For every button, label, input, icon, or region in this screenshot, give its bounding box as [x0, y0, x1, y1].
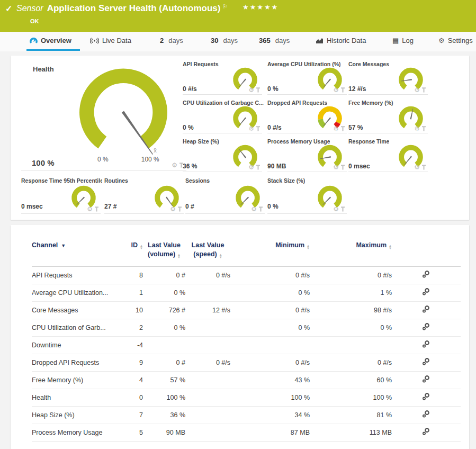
gauge-value: 0 #/s [183, 85, 197, 93]
last-value-volume: 0 # [143, 354, 185, 371]
channel-settings-icon[interactable] [422, 305, 430, 313]
gauge-settings-icon[interactable]: ⚙ [333, 164, 339, 170]
gauge-settings-icon[interactable]: ⚙ [333, 125, 339, 132]
channel-settings-icon[interactable] [422, 375, 430, 383]
gauge-settings-icon[interactable]: ⚙ [333, 206, 339, 212]
health-gauge-chart: x̄ 0 % 100 % [60, 65, 187, 165]
pin-icon[interactable] [340, 126, 345, 132]
tab-2-days[interactable]: 2days [160, 37, 183, 44]
gauge-settings-icon[interactable]: ⚙ [87, 206, 93, 212]
tab-overview[interactable]: Overview [30, 37, 71, 44]
channel-name[interactable]: Downtime [32, 336, 122, 354]
channel-settings-icon[interactable] [422, 427, 430, 436]
gauge-chart [152, 183, 181, 209]
pin-icon[interactable] [177, 206, 182, 212]
tab-label: Settings [448, 37, 473, 44]
gauge-value: 0 % [183, 124, 194, 131]
last-value-volume: 90 MB [143, 424, 185, 441]
pin-icon[interactable] [421, 87, 426, 93]
col-header-channel[interactable]: Channel▼ [32, 241, 122, 266]
gauge-settings-icon[interactable]: ⚙ [414, 164, 420, 170]
col-header-maximum[interactable]: Maximum▲▼ [310, 241, 392, 266]
pin-icon[interactable] [256, 126, 261, 132]
gauge-settings-icon[interactable]: ⚙ [248, 87, 254, 93]
col-header-last-volume[interactable]: Last Value (volume)▲▼ [143, 241, 185, 266]
tab-settings[interactable]: ⚙ Settings [438, 37, 473, 44]
channel-table: Channel▼ ID▲▼ Last Value (volume)▲▼ Last… [32, 241, 461, 442]
pin-icon[interactable] [340, 206, 345, 212]
channel-settings-icon[interactable] [422, 392, 430, 401]
channel-name[interactable]: Average CPU Utilization... [32, 284, 122, 301]
gauge-value: 0 msec [21, 203, 43, 210]
channel-name[interactable]: CPU Utilization of Garb... [32, 319, 122, 336]
gauge-panel-core-messages: Core Messages 12 #/s ⚙ [348, 60, 428, 95]
tab-30-days[interactable]: 30days [211, 37, 238, 44]
table-row: Process Memory Usage 5 90 MB 87 MB 113 M… [32, 424, 461, 441]
gauge-settings-icon[interactable]: ⚙ [248, 164, 254, 170]
gauge-value: 57 % [348, 124, 363, 131]
maximum-value: 81 % [310, 406, 392, 424]
tab-historic-data[interactable]: Historic Data [316, 37, 366, 44]
minimum-value: 0 #/s [230, 266, 310, 284]
gauge-settings-icon[interactable]: ⚙ [251, 206, 257, 212]
gauge-settings-icon[interactable]: ⚙ [170, 206, 176, 212]
gauge-settings-icon[interactable]: ⚙ [172, 162, 177, 168]
channel-name[interactable]: Process Memory Usage [32, 424, 122, 441]
pin-icon[interactable] [340, 87, 345, 93]
channel-name[interactable]: API Requests [32, 266, 122, 284]
minimum-value: 0 #/s [230, 301, 310, 319]
last-value-speed [185, 319, 230, 336]
maximum-value: 0 #/s [310, 266, 392, 284]
gauge-settings-icon[interactable]: ⚙ [248, 125, 254, 132]
table-row: Free Memory (%) 4 57 % 43 % 60 % [32, 371, 461, 389]
gauge-panel-api-requests: API Requests 0 #/s ⚙ [183, 60, 262, 95]
tab-live-data[interactable]: Live Data [90, 37, 131, 44]
pin-icon[interactable] [258, 206, 263, 212]
gauge-panel-free-memory: Free Memory (%) 57 % ⚙ [348, 98, 428, 133]
channel-name[interactable]: Heap Size (%) [32, 406, 122, 424]
channel-name[interactable]: Free Memory (%) [32, 371, 122, 389]
tab-label: Log [402, 37, 414, 44]
col-header-last-speed[interactable]: Last Value (speed)▲▼ [185, 241, 230, 266]
gauge-settings-icon[interactable]: ⚙ [333, 87, 339, 93]
channel-settings-icon[interactable] [422, 270, 430, 279]
tab-365-days[interactable]: 365days [259, 37, 290, 44]
gauge-value: 12 #/s [348, 85, 366, 93]
pin-icon[interactable] [340, 165, 345, 170]
gauge-panel-routines: Routines 27 # ⚙ [104, 176, 184, 214]
col-header-minimum[interactable]: Minimum▲▼ [230, 241, 310, 266]
channel-settings-icon[interactable] [422, 410, 430, 418]
gauge-settings-icon[interactable]: ⚙ [414, 87, 420, 93]
channel-settings-icon[interactable] [422, 357, 430, 366]
channel-settings-icon[interactable] [422, 340, 430, 348]
gauge-value: 100 % [32, 158, 55, 167]
channel-name[interactable]: Health [32, 389, 122, 406]
gauge-title: Response Time [348, 138, 389, 145]
sort-icon: ▲▼ [389, 245, 392, 250]
flag-icon[interactable]: ⚐ [222, 3, 228, 10]
channel-name[interactable]: Dropped API Requests [32, 354, 122, 371]
maximum-value: 98 #/s [310, 301, 392, 319]
channel-name[interactable]: Core Messages [32, 301, 122, 319]
gauge-panel-stack-size: Stack Size (%) 0 % ⚙ [267, 176, 347, 214]
gauge-title: Free Memory (%) [348, 100, 393, 106]
priority-stars[interactable]: ★★★★★ [243, 3, 279, 11]
tab-log[interactable]: ▤ Log [392, 37, 414, 44]
channel-settings-icon[interactable] [422, 322, 430, 331]
last-value-volume: 0 % [143, 284, 185, 301]
gauge-settings-icon[interactable]: ⚙ [414, 125, 420, 132]
last-value-volume [143, 336, 185, 354]
gauge-value: 0 # [185, 203, 194, 210]
gauge-value: 90 MB [267, 163, 286, 170]
pin-icon[interactable] [256, 87, 261, 93]
maximum-value: 0 #/s [310, 354, 392, 371]
last-value-volume: 36 % [143, 406, 185, 424]
channel-settings-icon[interactable] [422, 288, 430, 296]
pin-icon[interactable] [256, 165, 261, 170]
pin-icon[interactable] [421, 165, 426, 170]
pin-icon[interactable] [421, 126, 426, 132]
gauge-title: Routines [104, 177, 128, 184]
col-header-id[interactable]: ID▲▼ [122, 241, 143, 266]
pin-icon[interactable] [94, 206, 99, 212]
channel-id: 0 [122, 389, 143, 406]
